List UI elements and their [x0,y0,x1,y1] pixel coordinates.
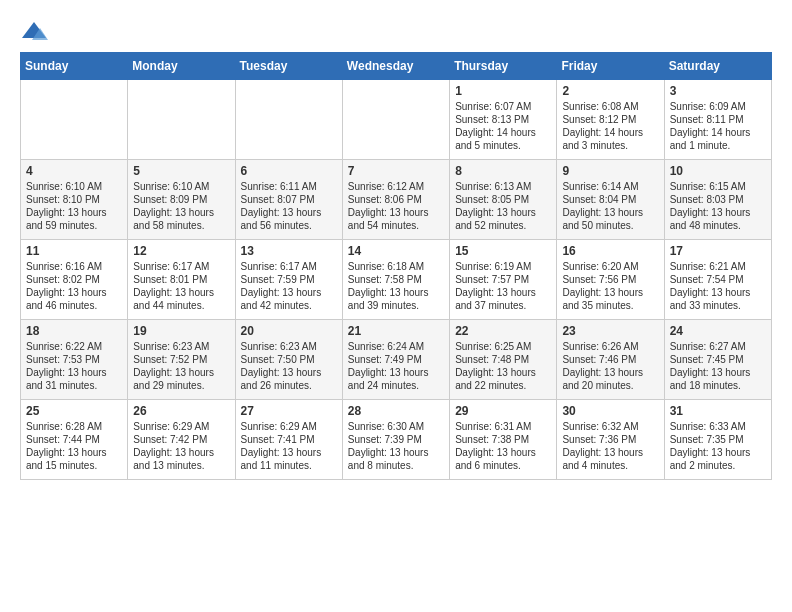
day-info: and 5 minutes. [455,139,551,152]
calendar-cell: 22Sunrise: 6:25 AMSunset: 7:48 PMDayligh… [450,320,557,400]
calendar-cell: 2Sunrise: 6:08 AMSunset: 8:12 PMDaylight… [557,80,664,160]
day-info: Daylight: 13 hours [562,446,658,459]
day-info: Sunset: 8:11 PM [670,113,766,126]
calendar-cell: 12Sunrise: 6:17 AMSunset: 8:01 PMDayligh… [128,240,235,320]
day-info: Sunrise: 6:23 AM [241,340,337,353]
day-info: Sunrise: 6:17 AM [133,260,229,273]
day-info: Daylight: 13 hours [562,206,658,219]
day-number: 25 [26,404,122,418]
day-info: Daylight: 13 hours [562,366,658,379]
day-info: and 46 minutes. [26,299,122,312]
calendar-cell: 23Sunrise: 6:26 AMSunset: 7:46 PMDayligh… [557,320,664,400]
day-info: Sunset: 7:35 PM [670,433,766,446]
calendar-cell: 20Sunrise: 6:23 AMSunset: 7:50 PMDayligh… [235,320,342,400]
calendar-cell: 4Sunrise: 6:10 AMSunset: 8:10 PMDaylight… [21,160,128,240]
day-info: Daylight: 14 hours [562,126,658,139]
calendar-cell: 16Sunrise: 6:20 AMSunset: 7:56 PMDayligh… [557,240,664,320]
calendar-cell: 10Sunrise: 6:15 AMSunset: 8:03 PMDayligh… [664,160,771,240]
day-info: Sunset: 7:41 PM [241,433,337,446]
day-info: Sunrise: 6:16 AM [26,260,122,273]
day-info: Sunset: 7:49 PM [348,353,444,366]
calendar-week-row: 25Sunrise: 6:28 AMSunset: 7:44 PMDayligh… [21,400,772,480]
day-number: 17 [670,244,766,258]
calendar-cell: 3Sunrise: 6:09 AMSunset: 8:11 PMDaylight… [664,80,771,160]
day-info: Sunrise: 6:13 AM [455,180,551,193]
calendar-cell: 30Sunrise: 6:32 AMSunset: 7:36 PMDayligh… [557,400,664,480]
day-info: and 3 minutes. [562,139,658,152]
day-info: Sunset: 7:59 PM [241,273,337,286]
day-info: Sunrise: 6:24 AM [348,340,444,353]
day-info: Sunset: 7:44 PM [26,433,122,446]
day-info: Sunset: 8:02 PM [26,273,122,286]
day-info: Sunrise: 6:21 AM [670,260,766,273]
day-info: and 13 minutes. [133,459,229,472]
day-info: Daylight: 13 hours [241,446,337,459]
day-info: Sunrise: 6:30 AM [348,420,444,433]
day-number: 13 [241,244,337,258]
day-number: 30 [562,404,658,418]
day-info: and 33 minutes. [670,299,766,312]
day-info: Sunset: 8:04 PM [562,193,658,206]
day-number: 5 [133,164,229,178]
calendar-cell: 17Sunrise: 6:21 AMSunset: 7:54 PMDayligh… [664,240,771,320]
day-number: 19 [133,324,229,338]
day-info: Sunrise: 6:18 AM [348,260,444,273]
day-info: and 44 minutes. [133,299,229,312]
calendar-cell: 6Sunrise: 6:11 AMSunset: 8:07 PMDaylight… [235,160,342,240]
header-tuesday: Tuesday [235,53,342,80]
calendar-cell [128,80,235,160]
day-info: Daylight: 13 hours [562,286,658,299]
day-info: Sunset: 8:13 PM [455,113,551,126]
day-info: Daylight: 13 hours [133,366,229,379]
day-info: Daylight: 13 hours [241,366,337,379]
day-info: Daylight: 13 hours [670,446,766,459]
day-info: and 20 minutes. [562,379,658,392]
calendar-cell [21,80,128,160]
day-info: Daylight: 13 hours [348,446,444,459]
day-info: Daylight: 13 hours [455,446,551,459]
day-number: 7 [348,164,444,178]
header-thursday: Thursday [450,53,557,80]
day-info: Sunrise: 6:11 AM [241,180,337,193]
calendar-header-row: SundayMondayTuesdayWednesdayThursdayFrid… [21,53,772,80]
calendar-week-row: 1Sunrise: 6:07 AMSunset: 8:13 PMDaylight… [21,80,772,160]
day-info: and 8 minutes. [348,459,444,472]
day-number: 26 [133,404,229,418]
day-info: Sunset: 7:56 PM [562,273,658,286]
day-info: Sunrise: 6:29 AM [241,420,337,433]
day-info: and 42 minutes. [241,299,337,312]
header-saturday: Saturday [664,53,771,80]
calendar-cell: 29Sunrise: 6:31 AMSunset: 7:38 PMDayligh… [450,400,557,480]
day-info: Sunrise: 6:10 AM [26,180,122,193]
day-info: Sunrise: 6:23 AM [133,340,229,353]
logo-icon [20,20,48,42]
calendar-cell: 18Sunrise: 6:22 AMSunset: 7:53 PMDayligh… [21,320,128,400]
day-info: Daylight: 13 hours [133,286,229,299]
day-info: Daylight: 13 hours [26,366,122,379]
calendar-week-row: 4Sunrise: 6:10 AMSunset: 8:10 PMDaylight… [21,160,772,240]
day-info: Sunset: 8:10 PM [26,193,122,206]
day-info: Sunset: 7:54 PM [670,273,766,286]
day-info: Daylight: 13 hours [133,446,229,459]
day-number: 23 [562,324,658,338]
day-number: 28 [348,404,444,418]
day-info: and 50 minutes. [562,219,658,232]
day-info: and 29 minutes. [133,379,229,392]
calendar-cell: 25Sunrise: 6:28 AMSunset: 7:44 PMDayligh… [21,400,128,480]
calendar-cell: 5Sunrise: 6:10 AMSunset: 8:09 PMDaylight… [128,160,235,240]
day-info: Sunrise: 6:17 AM [241,260,337,273]
day-info: Sunrise: 6:32 AM [562,420,658,433]
calendar-cell: 14Sunrise: 6:18 AMSunset: 7:58 PMDayligh… [342,240,449,320]
day-info: and 59 minutes. [26,219,122,232]
day-info: Daylight: 13 hours [241,286,337,299]
day-info: Sunset: 8:09 PM [133,193,229,206]
calendar-table: SundayMondayTuesdayWednesdayThursdayFrid… [20,52,772,480]
logo [20,20,52,42]
day-number: 21 [348,324,444,338]
day-info: Daylight: 13 hours [26,446,122,459]
day-number: 18 [26,324,122,338]
day-info: Sunset: 7:57 PM [455,273,551,286]
day-info: Sunset: 7:58 PM [348,273,444,286]
day-info: Sunrise: 6:14 AM [562,180,658,193]
calendar-cell: 26Sunrise: 6:29 AMSunset: 7:42 PMDayligh… [128,400,235,480]
